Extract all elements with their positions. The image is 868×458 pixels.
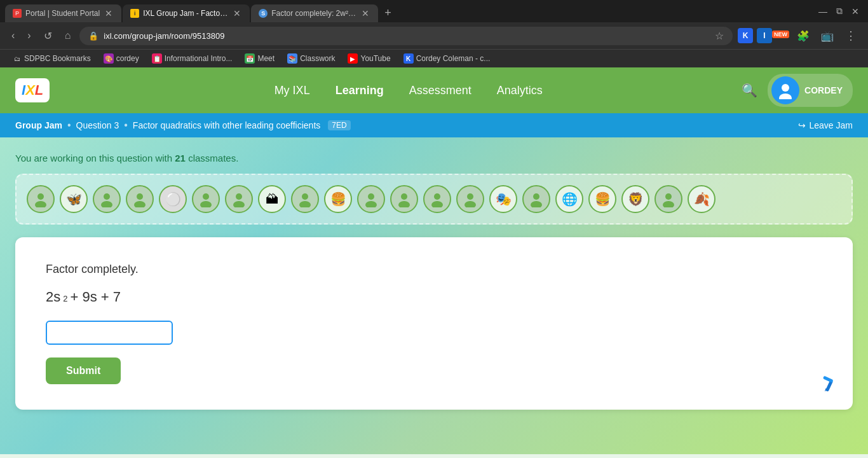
avatar-12[interactable]	[390, 185, 418, 213]
bookmark-cordey-coleman[interactable]: K Cordey Coleman - c...	[398, 52, 496, 65]
tab-factor-close[interactable]: ✕	[360, 8, 370, 18]
submit-button[interactable]: Submit	[46, 357, 121, 384]
svg-point-24	[665, 193, 672, 200]
avatar-6[interactable]	[192, 185, 220, 213]
sdpbc-icon: 🗂	[13, 54, 22, 63]
tab-ixl-title: IXL Group Jam - Factor quadra...	[143, 9, 228, 18]
avatar-2[interactable]: 🦋	[60, 185, 88, 213]
bookmark-youtube-label: YouTube	[360, 54, 390, 63]
cast-button[interactable]: 📺	[817, 27, 837, 45]
leave-label: Leave Jam	[810, 120, 853, 130]
search-icon[interactable]: 🔍	[742, 83, 757, 98]
back-button[interactable]: ‹	[8, 27, 18, 44]
reload-button[interactable]: ↺	[40, 27, 56, 45]
window-close-button[interactable]: ✕	[848, 4, 863, 18]
avatar-4[interactable]	[126, 185, 154, 213]
avatar-10[interactable]: 🍔	[324, 185, 352, 213]
question-card: Factor completely. 2s2 + 9s + 7 Submit	[15, 237, 853, 410]
breadcrumb-sep-1: •	[67, 120, 71, 131]
bookmark-cordey-coleman-label: Cordey Coleman - c...	[416, 54, 491, 63]
svg-point-8	[203, 193, 209, 200]
youtube-icon: ▶	[348, 53, 358, 64]
avatar-15[interactable]: 🎭	[489, 185, 517, 213]
tab-portal[interactable]: P Portal | Student Portal ✕	[5, 4, 121, 22]
minimize-button[interactable]: —	[815, 4, 831, 18]
bookmark-informational[interactable]: 📋 Informational Intro...	[147, 52, 238, 65]
informational-icon: 📋	[152, 53, 162, 64]
avatar-5[interactable]: ⚪	[159, 185, 187, 213]
svg-point-4	[104, 193, 110, 200]
user-pill[interactable]: CORDEY	[768, 74, 853, 107]
avatar-20[interactable]	[654, 185, 682, 213]
cordey-coleman-icon: K	[403, 53, 414, 64]
address-text[interactable]: ixl.com/group-jam/room/9513809	[104, 31, 710, 41]
home-button[interactable]: ⌂	[61, 27, 75, 44]
ixl-logo[interactable]: I X L	[15, 78, 50, 102]
tab-portal-close[interactable]: ✕	[104, 8, 114, 18]
breadcrumb-group-jam[interactable]: Group Jam	[15, 120, 62, 130]
svg-point-18	[434, 193, 440, 200]
svg-point-20	[467, 193, 473, 200]
classwork-icon: 📚	[287, 53, 297, 64]
svg-rect-28	[823, 376, 834, 383]
new-badge: NEW	[772, 31, 789, 38]
svg-point-9	[200, 201, 212, 207]
menu-button[interactable]: ⋮	[841, 26, 860, 45]
bookmark-cordey[interactable]: 🎨 cordey	[98, 52, 144, 65]
breadcrumb-sep-2: •	[124, 120, 128, 131]
breadcrumb: Group Jam • Question 3 • Factor quadrati…	[15, 120, 351, 131]
avatar-13[interactable]	[423, 185, 451, 213]
classmates-suffix: classmates.	[188, 153, 238, 163]
star-icon[interactable]: ☆	[715, 30, 724, 42]
bookmark-meet[interactable]: 📅 Meet	[240, 52, 280, 65]
cordey-icon: 🎨	[104, 53, 114, 64]
answer-input[interactable]	[46, 321, 173, 345]
avatar-18[interactable]: 🍔	[588, 185, 616, 213]
math-coeff: 2s	[46, 289, 60, 305]
avatar-17[interactable]: 🌐	[555, 185, 583, 213]
avatar-7[interactable]	[225, 185, 253, 213]
forward-button[interactable]: ›	[24, 27, 34, 44]
nav-my-ixl[interactable]: My IXL	[275, 81, 310, 100]
new-tab-button[interactable]: +	[379, 4, 397, 22]
nav-analytics[interactable]: Analytics	[497, 81, 543, 100]
restore-button[interactable]: ⧉	[832, 4, 846, 18]
svg-point-15	[365, 201, 377, 207]
avatar-3[interactable]	[93, 185, 121, 213]
breadcrumb-topic: Factor quadratics with other leading coe…	[133, 120, 320, 130]
svg-point-12	[302, 193, 308, 200]
svg-point-17	[398, 201, 410, 207]
tab-portal-title: Portal | Student Portal	[25, 9, 100, 18]
tab-factor[interactable]: S Factor completely: 2w² + 11w... ✕	[251, 4, 378, 22]
leave-jam-button[interactable]: ↪ Leave Jam	[798, 120, 853, 130]
extensions-button[interactable]: 🧩	[793, 27, 813, 45]
math-expression: 2s2 + 9s + 7	[46, 289, 822, 305]
logo-l: L	[35, 82, 43, 99]
avatar-9[interactable]	[291, 185, 319, 213]
avatar-21[interactable]: 🍂	[688, 185, 715, 213]
avatar-11[interactable]	[357, 185, 385, 213]
pencil-icon[interactable]	[815, 369, 842, 397]
bookmark-sdpbc[interactable]: 🗂 SDPBC Bookmarks	[8, 53, 96, 64]
ixl-header: I X L My IXL Learning Assessment Analyti…	[0, 67, 868, 113]
bookmark-youtube[interactable]: ▶ YouTube	[342, 52, 395, 65]
math-plus1: + 9s + 7	[70, 289, 121, 305]
avatar-14[interactable]	[456, 185, 484, 213]
tab-factor-title: Factor completely: 2w² + 11w...	[271, 9, 356, 18]
logo-x: X	[25, 82, 35, 99]
bookmark-classwork[interactable]: 📚 Classwork	[282, 52, 340, 65]
extension-icon-2[interactable]: I	[757, 28, 772, 43]
tab-ixl-close[interactable]: ✕	[232, 8, 242, 18]
question-instruction: Factor completely.	[46, 263, 822, 276]
svg-point-13	[299, 201, 311, 207]
avatar-16[interactable]	[522, 185, 550, 213]
avatar-8[interactable]: 🏔	[258, 185, 286, 213]
avatar-19[interactable]: 🦁	[621, 185, 649, 213]
nav-learning[interactable]: Learning	[336, 81, 384, 100]
nav-assessment[interactable]: Assessment	[409, 81, 471, 100]
svg-point-2	[37, 193, 44, 200]
main-content: You are working on this question with 21…	[0, 137, 868, 454]
ixl-extension-icon[interactable]: K	[738, 28, 753, 43]
avatar-1[interactable]	[27, 185, 55, 213]
tab-ixl[interactable]: i IXL Group Jam - Factor quadra... ✕	[123, 4, 250, 22]
